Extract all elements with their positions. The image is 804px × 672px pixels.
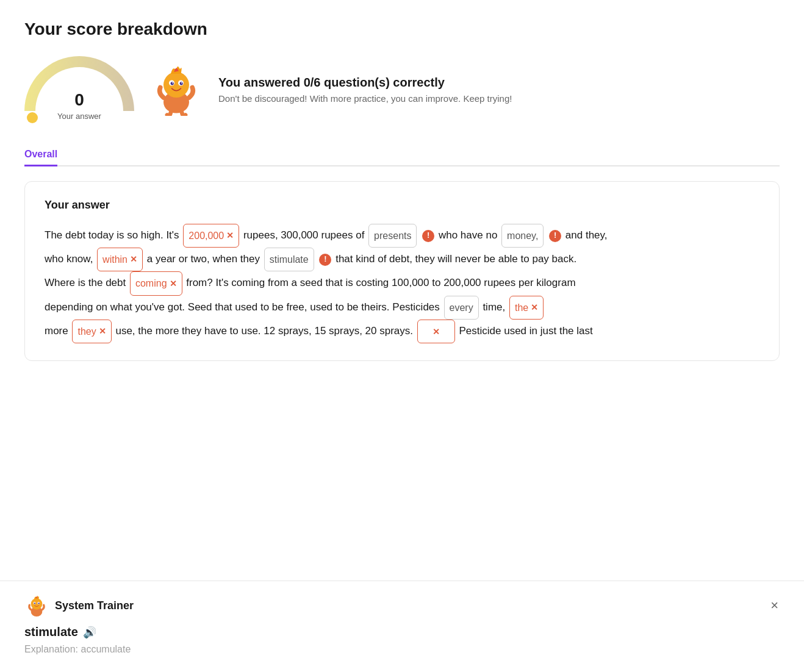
svg-point-9 bbox=[31, 598, 43, 610]
svg-point-5 bbox=[180, 82, 183, 85]
answer-text: The debt today is so high. It's 200,000 … bbox=[45, 224, 759, 343]
chip-stimulate[interactable]: stimulate bbox=[264, 248, 314, 271]
mascot-icon bbox=[149, 61, 204, 116]
chip-they-x: ✕ bbox=[99, 322, 106, 341]
svg-point-14 bbox=[35, 603, 35, 604]
trainer-word-text: stimulate bbox=[24, 625, 78, 639]
chip-presents[interactable]: presents bbox=[368, 224, 417, 248]
page-title: Your score breakdown bbox=[24, 20, 780, 39]
chip-within-text: within bbox=[102, 249, 127, 270]
text-segment-7: that kind of debt, they will never be ab… bbox=[336, 253, 576, 265]
chip-200000[interactable]: 200,000 ✕ bbox=[183, 224, 239, 248]
chip-the-x: ✕ bbox=[531, 298, 538, 317]
text-segment-1: The debt today is so high. It's bbox=[45, 229, 182, 241]
chip-200000-x: ✕ bbox=[226, 226, 234, 245]
score-text: You answered 0/6 question(s) correctly D… bbox=[218, 76, 512, 104]
text-segment-9: from? It's coming from a seed that is co… bbox=[186, 277, 575, 288]
trainer-name: System Trainer bbox=[55, 599, 134, 612]
chip-coming-x: ✕ bbox=[170, 274, 177, 293]
warning-presents: ! bbox=[422, 230, 434, 242]
chip-blank-x: ✕ bbox=[433, 327, 440, 337]
chip-blank[interactable]: ✕ bbox=[417, 320, 455, 343]
tabs-bar: Overall bbox=[24, 143, 780, 166]
svg-point-1 bbox=[163, 72, 189, 98]
chip-coming-text: coming bbox=[135, 273, 167, 294]
text-segment-10: depending on what you've got. Seed that … bbox=[45, 301, 443, 313]
trainer-panel: System Trainer × stimulate 🔊 Explanation… bbox=[0, 581, 804, 672]
chip-within-x: ✕ bbox=[130, 250, 137, 269]
answer-card-title: Your answer bbox=[45, 199, 759, 212]
chip-every[interactable]: every bbox=[444, 296, 479, 320]
svg-point-13 bbox=[38, 602, 40, 604]
chip-they-text: they bbox=[77, 321, 96, 342]
trainer-word-row: stimulate 🔊 bbox=[24, 625, 780, 639]
mascot-container bbox=[149, 61, 204, 118]
page-container: Your score breakdown 0 Your answer bbox=[0, 0, 804, 381]
warning-stimulate: ! bbox=[319, 254, 331, 266]
chip-they[interactable]: they ✕ bbox=[72, 320, 111, 343]
chip-coming[interactable]: coming ✕ bbox=[130, 271, 182, 295]
chip-money-text: money, bbox=[507, 225, 538, 246]
explanation-value: accumulate bbox=[81, 644, 131, 654]
chip-within[interactable]: within ✕ bbox=[97, 248, 143, 271]
chip-the-text: the bbox=[515, 297, 528, 318]
text-segment-12: more bbox=[45, 325, 71, 337]
text-segment-6: a year or two, when they bbox=[147, 253, 263, 265]
chip-every-text: every bbox=[450, 297, 473, 318]
text-segment-13: use, the more they have to use. 12 spray… bbox=[115, 325, 415, 337]
gauge-label: Your answer bbox=[57, 112, 101, 121]
text-segment-3: who have no bbox=[439, 229, 500, 241]
gauge-widget: 0 Your answer bbox=[24, 56, 134, 123]
text-segment-5: who know, bbox=[45, 253, 96, 265]
chip-money[interactable]: money, bbox=[501, 224, 544, 248]
tab-overall[interactable]: Overall bbox=[24, 144, 57, 166]
svg-point-15 bbox=[39, 603, 40, 604]
trainer-header: System Trainer × bbox=[24, 593, 780, 618]
svg-point-6 bbox=[172, 82, 173, 84]
gauge-dot-left bbox=[27, 112, 38, 123]
score-message-title: You answered 0/6 question(s) correctly bbox=[218, 76, 512, 90]
trainer-close-button[interactable]: × bbox=[769, 596, 780, 615]
trainer-mascot-icon bbox=[24, 593, 49, 618]
text-segment-8: Where is the debt bbox=[45, 277, 129, 288]
answer-card: Your answer The debt today is so high. I… bbox=[24, 181, 780, 361]
sound-icon[interactable]: 🔊 bbox=[83, 626, 96, 639]
svg-point-12 bbox=[34, 602, 35, 604]
chip-200000-text: 200,000 bbox=[188, 225, 224, 246]
warning-money: ! bbox=[549, 230, 561, 242]
chip-presents-text: presents bbox=[374, 225, 411, 246]
trainer-explanation: Explanation: accumulate bbox=[24, 644, 780, 655]
svg-point-4 bbox=[171, 82, 174, 85]
text-segment-2: rupees, 300,000 rupees of bbox=[243, 229, 367, 241]
chip-the[interactable]: the ✕ bbox=[509, 296, 544, 320]
text-segment-11: time, bbox=[483, 301, 508, 313]
gauge-number: 0 bbox=[74, 90, 84, 110]
text-segment-14: Pesticide used in just the last bbox=[459, 325, 593, 337]
text-segment-4: and they, bbox=[565, 229, 608, 241]
explanation-label: Explanation: bbox=[24, 644, 78, 654]
trainer-title-row: System Trainer bbox=[24, 593, 134, 618]
svg-point-7 bbox=[181, 82, 182, 84]
score-section: 0 Your answer bbox=[24, 56, 780, 123]
score-message-body: Don't be discouraged! With more practice… bbox=[218, 93, 512, 104]
chip-stimulate-text: stimulate bbox=[270, 249, 309, 270]
